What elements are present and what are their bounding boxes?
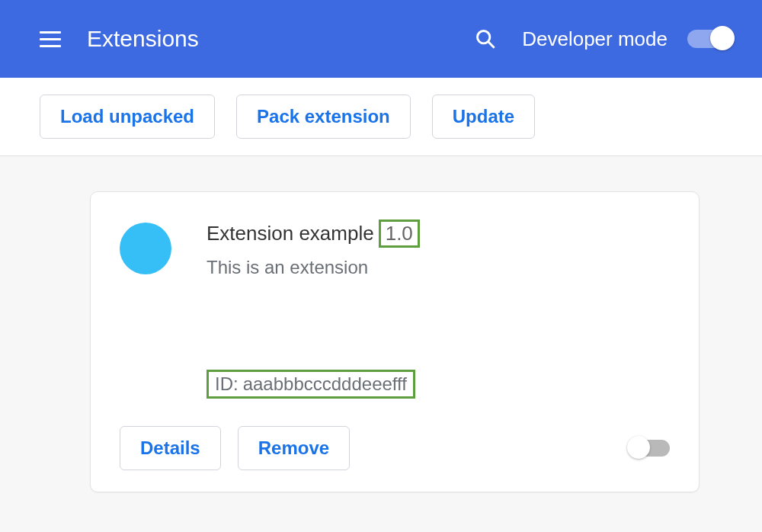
extension-description: This is an extension [207,257,670,278]
extension-card: Extension example 1.0 This is an extensi… [90,191,700,492]
svg-line-1 [488,42,495,48]
menu-icon[interactable] [40,27,62,50]
extension-icon [120,223,171,274]
pack-extension-button[interactable]: Pack extension [236,95,411,139]
extension-enable-toggle[interactable] [630,440,670,457]
extension-version: 1.0 [379,220,420,248]
app-header: Extensions Developer mode [0,0,762,78]
page-title: Extensions [87,26,199,52]
content-area: Extension example 1.0 This is an extensi… [0,156,762,532]
extension-id-value: aaabbbcccdddeeefff [243,373,407,395]
search-icon[interactable] [475,28,496,50]
developer-mode-toggle[interactable] [687,30,732,48]
update-button[interactable]: Update [432,95,535,139]
developer-toolbar: Load unpacked Pack extension Update [0,78,762,156]
developer-mode-label: Developer mode [522,27,668,51]
remove-button[interactable]: Remove [238,426,350,470]
details-button[interactable]: Details [120,426,221,470]
extension-id-label: ID: [215,373,239,395]
load-unpacked-button[interactable]: Load unpacked [40,95,215,139]
svg-point-0 [478,31,490,43]
extension-name: Extension example [207,222,374,245]
extension-id: ID: aaabbbcccdddeeefff [207,370,415,399]
